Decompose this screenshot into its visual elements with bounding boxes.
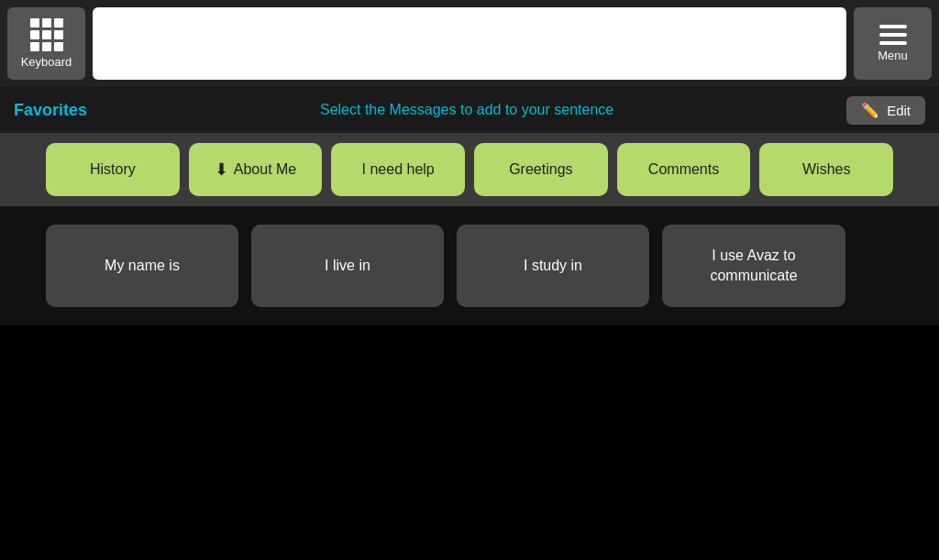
edit-label: Edit (887, 103, 911, 118)
keyboard-label: Keyboard (21, 55, 72, 69)
category-wishes-label: Wishes (802, 161, 850, 178)
category-i-need-help-label: I need help (362, 161, 435, 178)
menu-icon (879, 25, 907, 45)
category-about-me-label: About Me (234, 161, 296, 178)
menu-label: Menu (878, 49, 908, 62)
menu-button[interactable]: Menu (854, 7, 932, 80)
items-area: My name is I live in I study in I use Av… (0, 206, 939, 325)
category-tab-comments[interactable]: Comments (617, 143, 751, 196)
favorites-label: Favorites (14, 101, 87, 120)
pencil-icon: ✏️ (861, 102, 879, 119)
text-display-area[interactable] (93, 7, 846, 80)
keyboard-icon (30, 18, 63, 51)
category-tab-about-me[interactable]: ⬇ About Me (189, 143, 323, 196)
category-tab-i-need-help[interactable]: I need help (331, 143, 465, 196)
item-my-name-is[interactable]: My name is (46, 225, 238, 307)
toolbar: Favorites Select the Messages to add to … (0, 87, 939, 133)
category-tab-greetings[interactable]: Greetings (474, 143, 608, 196)
category-history-label: History (90, 161, 136, 178)
category-tab-wishes[interactable]: Wishes (759, 143, 893, 196)
about-me-icon: ⬇ (215, 159, 228, 180)
select-message-label: Select the Messages to add to your sente… (87, 102, 846, 118)
top-bar: Keyboard Menu (0, 0, 939, 87)
category-comments-label: Comments (648, 161, 719, 178)
category-greetings-label: Greetings (509, 161, 572, 178)
item-i-use-avaz[interactable]: I use Avaz to communicate (662, 225, 845, 307)
edit-button[interactable]: ✏️ Edit (846, 96, 925, 125)
category-tab-history[interactable]: History (46, 143, 180, 196)
item-i-study-in[interactable]: I study in (457, 225, 649, 307)
item-i-live-in[interactable]: I live in (251, 225, 444, 307)
categories-bar: History ⬇ About Me I need help Greetings… (0, 133, 939, 206)
keyboard-button[interactable]: Keyboard (7, 7, 85, 80)
